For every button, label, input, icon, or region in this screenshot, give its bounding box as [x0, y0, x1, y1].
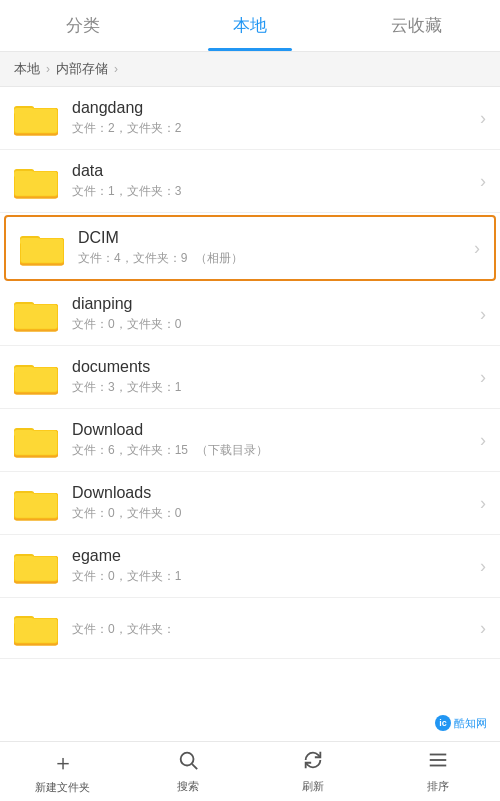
list-item[interactable]: 文件：0，文件夹： › — [0, 598, 500, 659]
new-folder-label: 新建文件夹 — [35, 780, 90, 795]
file-info: Downloads 文件：0，文件夹：0 — [72, 484, 472, 522]
file-info: Download 文件：6，文件夹：15（下载目录） — [72, 421, 472, 459]
folder-meta: 文件：2，文件夹：2 — [72, 120, 472, 137]
folder-icon — [14, 100, 58, 136]
folder-icon — [14, 359, 58, 395]
folder-name: dangdang — [72, 99, 472, 117]
tab-local-label: 本地 — [233, 14, 267, 37]
chevron-right-icon: › — [480, 367, 486, 388]
folder-name: egame — [72, 547, 472, 565]
chevron-right-icon: › — [480, 556, 486, 577]
tab-cloud-label: 云收藏 — [391, 14, 442, 37]
sort-icon — [427, 749, 449, 777]
search-icon — [177, 749, 199, 777]
list-item[interactable]: DCIM 文件：4，文件夹：9（相册） › — [4, 215, 496, 281]
folder-name: data — [72, 162, 472, 180]
folder-name: dianping — [72, 295, 472, 313]
refresh-button[interactable]: 刷新 — [250, 749, 375, 794]
folder-icon — [14, 485, 58, 521]
watermark-text: 酷知网 — [454, 716, 487, 731]
watermark: ic 酷知网 — [430, 713, 492, 733]
folder-name: Download — [72, 421, 472, 439]
list-item[interactable]: egame 文件：0，文件夹：1 › — [0, 535, 500, 598]
breadcrumb: 本地 › 内部存储 › — [0, 52, 500, 87]
folder-tag: （相册） — [195, 251, 243, 265]
folder-tag: （下载目录） — [196, 443, 268, 457]
watermark-icon: ic — [435, 715, 451, 731]
file-info: dangdang 文件：2，文件夹：2 — [72, 99, 472, 137]
folder-meta: 文件：0，文件夹： — [72, 621, 472, 638]
list-item[interactable]: dianping 文件：0，文件夹：0 › — [0, 283, 500, 346]
folder-icon — [14, 163, 58, 199]
chevron-right-icon: › — [474, 238, 480, 259]
folder-icon — [14, 296, 58, 332]
folder-meta: 文件：0，文件夹：1 — [72, 568, 472, 585]
search-button[interactable]: 搜索 — [125, 749, 250, 794]
bottom-toolbar: ＋ 新建文件夹 搜索 刷新 — [0, 741, 500, 801]
file-info: dianping 文件：0，文件夹：0 — [72, 295, 472, 333]
sort-label: 排序 — [427, 779, 449, 794]
file-info: documents 文件：3，文件夹：1 — [72, 358, 472, 396]
folder-icon — [14, 610, 58, 646]
tab-local[interactable]: 本地 — [167, 0, 334, 51]
tab-category[interactable]: 分类 — [0, 0, 167, 51]
svg-point-45 — [180, 753, 193, 766]
list-item[interactable]: Downloads 文件：0，文件夹：0 › — [0, 472, 500, 535]
refresh-label: 刷新 — [302, 779, 324, 794]
folder-meta: 文件：1，文件夹：3 — [72, 183, 472, 200]
file-info: 文件：0，文件夹： — [72, 618, 472, 638]
breadcrumb-separator-1: › — [46, 62, 50, 76]
file-info: data 文件：1，文件夹：3 — [72, 162, 472, 200]
breadcrumb-separator-2: › — [114, 62, 118, 76]
folder-meta: 文件：3，文件夹：1 — [72, 379, 472, 396]
folder-meta: 文件：0，文件夹：0 — [72, 316, 472, 333]
folder-meta: 文件：6，文件夹：15（下载目录） — [72, 442, 472, 459]
chevron-right-icon: › — [480, 171, 486, 192]
tab-cloud[interactable]: 云收藏 — [333, 0, 500, 51]
list-item[interactable]: dangdang 文件：2，文件夹：2 › — [0, 87, 500, 150]
svg-line-46 — [192, 764, 197, 769]
list-item[interactable]: documents 文件：3，文件夹：1 › — [0, 346, 500, 409]
folder-meta: 文件：4，文件夹：9（相册） — [78, 250, 466, 267]
folder-name: DCIM — [78, 229, 466, 247]
chevron-right-icon: › — [480, 304, 486, 325]
folder-meta: 文件：0，文件夹：0 — [72, 505, 472, 522]
tab-category-label: 分类 — [66, 14, 100, 37]
chevron-right-icon: › — [480, 618, 486, 639]
list-item[interactable]: data 文件：1，文件夹：3 › — [0, 150, 500, 213]
folder-name: Downloads — [72, 484, 472, 502]
file-info: DCIM 文件：4，文件夹：9（相册） — [78, 229, 466, 267]
folder-icon — [14, 548, 58, 584]
folder-icon — [20, 230, 64, 266]
chevron-right-icon: › — [480, 108, 486, 129]
folder-name: documents — [72, 358, 472, 376]
refresh-icon — [302, 749, 324, 777]
file-list: dangdang 文件：2，文件夹：2 › data 文件：1，文件夹：3 › … — [0, 87, 500, 740]
tab-bar: 分类 本地 云收藏 — [0, 0, 500, 52]
file-info: egame 文件：0，文件夹：1 — [72, 547, 472, 585]
chevron-right-icon: › — [480, 493, 486, 514]
new-folder-button[interactable]: ＋ 新建文件夹 — [0, 748, 125, 795]
list-item[interactable]: Download 文件：6，文件夹：15（下载目录） › — [0, 409, 500, 472]
new-folder-icon: ＋ — [52, 748, 74, 778]
folder-icon — [14, 422, 58, 458]
search-label: 搜索 — [177, 779, 199, 794]
breadcrumb-local[interactable]: 本地 — [14, 60, 40, 78]
breadcrumb-internal-storage[interactable]: 内部存储 — [56, 60, 108, 78]
sort-button[interactable]: 排序 — [375, 749, 500, 794]
chevron-right-icon: › — [480, 430, 486, 451]
